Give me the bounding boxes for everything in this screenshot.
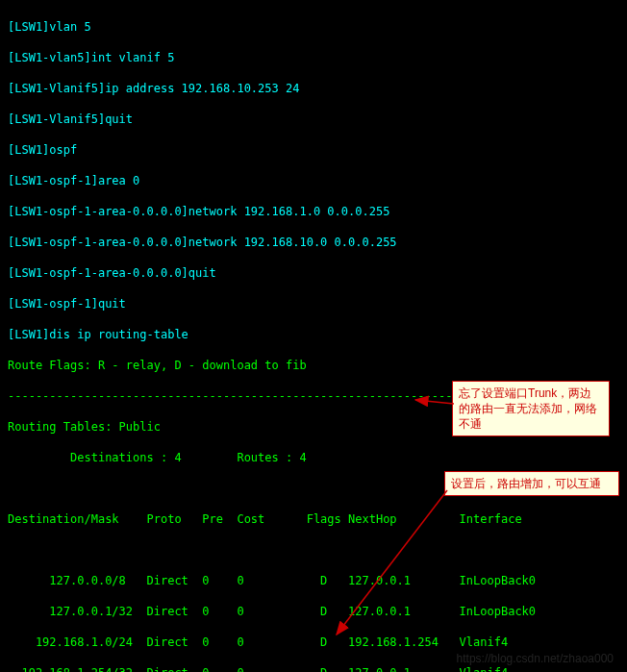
- cmd-line: [LSW1-Vlanif5]quit: [8, 112, 619, 127]
- blank: [8, 542, 619, 558]
- table-header: Destination/Mask Proto Pre Cost Flags Ne…: [8, 511, 619, 527]
- route-flags-legend: Route Flags: R - relay, D - download to …: [8, 358, 619, 373]
- routing-summary: Destinations : 4 Routes : 4: [8, 450, 619, 465]
- watermark: https://blog.csdn.net/zhaoa000: [457, 651, 614, 666]
- cmd-line: [LSW1-ospf-1-area-0.0.0.0]quit: [8, 265, 619, 281]
- annotation-note-1: 忘了设置端口Trunk，两边的路由一直无法添加，网络不通: [452, 381, 610, 436]
- cmd-line: [LSW1-ospf-1]area 0: [8, 173, 619, 188]
- route-row: 192.168.1.254/32 Direct 0 0 D 127.0.0.1 …: [8, 665, 619, 672]
- cmd-line: [LSW1]dis ip routing-table: [8, 327, 619, 342]
- cmd-line: [LSW1]ospf: [8, 142, 619, 158]
- cmd-line: [LSW1-ospf-1-area-0.0.0.0]network 192.16…: [8, 235, 619, 250]
- route-row: 192.168.1.0/24 Direct 0 0 D 192.168.1.25…: [8, 635, 619, 650]
- cmd-line: [LSW1-vlan5]int vlanif 5: [8, 50, 619, 65]
- cmd-line: [LSW1]vlan 5: [8, 19, 619, 35]
- terminal-output: [LSW1]vlan 5 [LSW1-vlan5]int vlanif 5 [L…: [0, 0, 627, 672]
- route-row: 127.0.0.1/32 Direct 0 0 D 127.0.0.1 InLo…: [8, 604, 619, 619]
- annotation-note-2: 设置后，路由增加，可以互通: [444, 471, 619, 496]
- cmd-line: [LSW1-Vlanif5]ip address 192.168.10.253 …: [8, 81, 619, 96]
- cmd-line: [LSW1-ospf-1-area-0.0.0.0]network 192.16…: [8, 204, 619, 219]
- route-row: 127.0.0.0/8 Direct 0 0 D 127.0.0.1 InLoo…: [8, 573, 619, 588]
- cmd-line: [LSW1-ospf-1]quit: [8, 296, 619, 311]
